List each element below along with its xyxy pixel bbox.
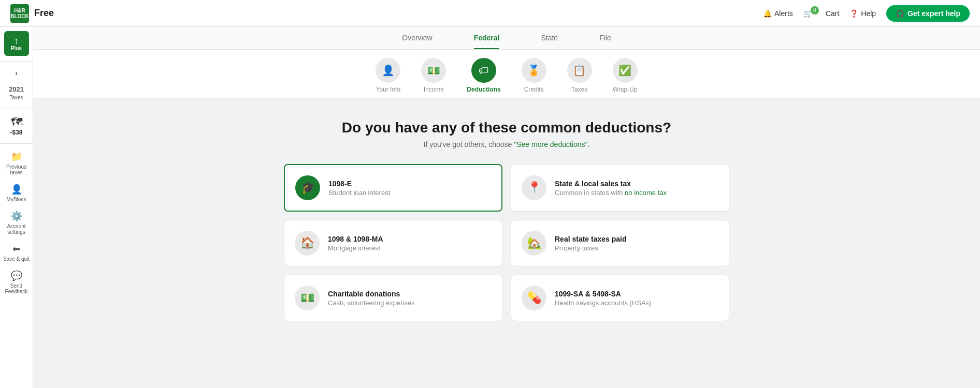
sidebar-item-taxes-arrow[interactable]: › [0, 65, 33, 81]
sidebar-item-myblock[interactable]: 👤 MyBlock [0, 180, 33, 206]
card-real-state-text: Real state taxes paid Property taxes [555, 235, 627, 252]
main-wrapper: Overview Federal State File 👤 Your Info … [33, 27, 980, 332]
plus-up-arrow: ↑ [14, 36, 19, 46]
card-state-sales-tax-subtitle: Common in states with no income tax [555, 189, 667, 197]
tab-state[interactable]: State [541, 27, 558, 49]
step-deductions-icon: 🏷 [471, 58, 496, 83]
card-hsa-title: 1099-SA & 5498-SA [555, 290, 651, 298]
step-deductions-label: Deductions [467, 86, 500, 93]
sidebar-item-previous-taxes[interactable]: 📁 Previous taxes [0, 147, 33, 180]
sidebar-item-save-quit[interactable]: ⬅ Save & quit [0, 239, 33, 266]
alerts-button[interactable]: 🔔 Alerts [763, 9, 793, 18]
sidebar-plus-button[interactable]: ↑ Plus [4, 31, 29, 56]
card-real-state-subtitle: Property taxes [555, 244, 627, 252]
card-1098e-subtitle: Student loan interest [328, 189, 390, 197]
step-credits-label: Credits [524, 86, 544, 93]
headset-icon: 🎧 [896, 9, 904, 18]
sidebar-item-send-feedback[interactable]: 💬 Send Feedback [0, 266, 33, 299]
card-mortgage-interest[interactable]: 🏠 1098 & 1098-MA Mortgage interest [284, 220, 502, 266]
cart-button[interactable]: 🛒 0 Cart [803, 9, 839, 18]
sidebar-item-account-settings[interactable]: ⚙️ Account settings [0, 206, 33, 239]
folder-icon: 📁 [11, 151, 22, 162]
save-icon: ⬅ [12, 243, 20, 255]
card-charitable-subtitle: Cash, volunteering expenses [328, 299, 415, 307]
card-charitable-title: Charitable donations [328, 290, 415, 298]
step-wrap-up-label: Wrap-Up [613, 86, 638, 93]
step-icons: 👤 Your Info 💵 Income 🏷 Deductions 🏅 Cred… [33, 50, 980, 99]
bell-icon: 🔔 [763, 9, 772, 18]
feedback-icon: 💬 [11, 270, 22, 281]
sidebar-divider-1 [0, 61, 33, 62]
card-charitable-text: Charitable donations Cash, volunteering … [328, 290, 415, 307]
step-income[interactable]: 💵 Income [421, 58, 446, 93]
person-icon: 👤 [11, 184, 22, 195]
tab-nav: Overview Federal State File [33, 27, 980, 50]
card-state-sales-tax-title: State & local sales tax [555, 180, 667, 188]
step-your-info[interactable]: 👤 Your Info [376, 58, 400, 93]
step-your-info-label: Your Info [376, 86, 401, 93]
card-hsa-subtitle: Health savings accounts (HSAs) [555, 299, 651, 307]
card-hsa-icon: 💊 [522, 286, 546, 310]
hr-block-logo: H&RBLOCK [10, 4, 29, 23]
tab-federal[interactable]: Federal [474, 27, 500, 49]
card-real-state-title: Real state taxes paid [555, 235, 627, 243]
step-wrap-up-icon: ✅ [613, 58, 638, 83]
card-mortgage-text: 1098 & 1098-MA Mortgage interest [328, 235, 383, 252]
card-hsa-text: 1099-SA & 5498-SA Health savings account… [555, 290, 651, 307]
sidebar-divider-3 [0, 143, 33, 144]
app-title: Free [34, 8, 54, 19]
top-bar: H&RBLOCK Free 🔔 Alerts 🛒 0 Cart ❓ Help 🎧… [0, 0, 980, 27]
card-hsa[interactable]: 💊 1099-SA & 5498-SA Health savings accou… [511, 275, 729, 321]
sidebar-item-2021-taxes[interactable]: 2021 Taxes [0, 81, 33, 105]
card-mortgage-icon: 🏠 [295, 231, 320, 256]
card-1098e-icon: 🎓 [295, 175, 320, 200]
card-state-sales-tax-icon: 📍 [522, 175, 546, 200]
sidebar: ↑ Plus › 2021 Taxes 🗺 -$38 📁 Previous ta… [0, 27, 33, 388]
card-1098e-title: 1098-E [328, 180, 390, 188]
step-deductions[interactable]: 🏷 Deductions [467, 58, 500, 93]
get-expert-help-button[interactable]: 🎧 Get expert help [886, 5, 970, 22]
card-real-state-icon: 🏡 [522, 231, 546, 256]
tab-overview[interactable]: Overview [402, 27, 432, 49]
page-content: Do you have any of these common deductio… [273, 99, 740, 332]
card-1098e[interactable]: 🎓 1098-E Student loan interest [284, 164, 502, 212]
step-taxes[interactable]: 📋 Taxes [567, 58, 592, 93]
logo-block: H&RBLOCK Free [10, 4, 54, 23]
step-taxes-label: Taxes [571, 86, 587, 93]
map-icon: 🗺 [11, 115, 22, 129]
card-charitable-icon: 💵 [295, 286, 320, 310]
step-credits[interactable]: 🏅 Credits [522, 58, 546, 93]
step-income-label: Income [424, 86, 444, 93]
card-mortgage-title: 1098 & 1098-MA [328, 235, 383, 243]
cards-grid: 🎓 1098-E Student loan interest 📍 State &… [284, 164, 729, 321]
step-credits-icon: 🏅 [522, 58, 546, 83]
question-icon: ❓ [849, 9, 858, 18]
cart-badge: 0 [811, 6, 819, 14]
page-subtitle: If you've got others, choose "See more d… [284, 140, 729, 148]
card-1098e-text: 1098-E Student loan interest [328, 180, 390, 197]
step-your-info-icon: 👤 [376, 58, 400, 83]
chevron-right-icon: › [15, 69, 18, 77]
sidebar-divider-2 [0, 108, 33, 108]
help-button[interactable]: ❓ Help [849, 9, 876, 18]
year-label: 2021 [9, 85, 24, 93]
gear-icon: ⚙️ [11, 211, 22, 222]
card-real-state-taxes[interactable]: 🏡 Real state taxes paid Property taxes [511, 220, 729, 266]
step-wrap-up[interactable]: ✅ Wrap-Up [613, 58, 638, 93]
top-nav-right: 🔔 Alerts 🛒 0 Cart ❓ Help 🎧 Get expert he… [763, 5, 970, 22]
sidebar-refund-amount: 🗺 -$38 [0, 111, 33, 140]
card-mortgage-subtitle: Mortgage interest [328, 244, 383, 252]
step-taxes-icon: 📋 [567, 58, 592, 83]
tab-file[interactable]: File [599, 27, 611, 49]
step-income-icon: 💵 [421, 58, 446, 83]
card-state-sales-tax-text: State & local sales tax Common in states… [555, 180, 667, 197]
page-title: Do you have any of these common deductio… [284, 120, 729, 136]
see-more-deductions-link[interactable]: "See more deductions". [514, 140, 589, 148]
card-state-sales-tax[interactable]: 📍 State & local sales tax Common in stat… [511, 164, 729, 212]
card-charitable[interactable]: 💵 Charitable donations Cash, volunteerin… [284, 275, 502, 321]
